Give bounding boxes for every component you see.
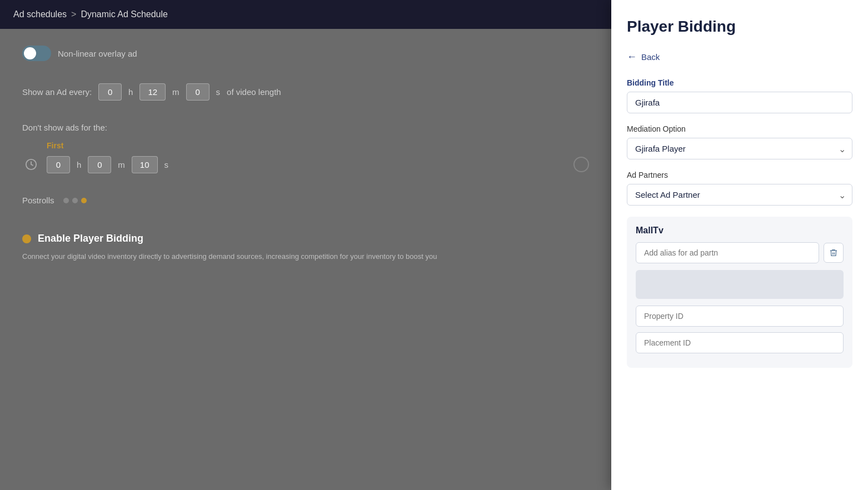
postrolls-dots bbox=[63, 198, 87, 203]
dont-show-label: Don't show ads for the: bbox=[22, 123, 589, 132]
dont-show-hours-unit: h bbox=[77, 160, 81, 169]
clock-icon bbox=[22, 156, 40, 173]
right-panel: Player Bidding ← Back Bidding Title Medi… bbox=[611, 0, 868, 490]
toggle-row: Non-linear overlay ad bbox=[22, 46, 589, 61]
dont-show-seconds-unit: s bbox=[164, 160, 169, 169]
breadcrumb-ad-schedules[interactable]: Ad schedules bbox=[13, 9, 67, 19]
postroll-dot-3 bbox=[81, 198, 87, 203]
bidding-title-label: Bidding Title bbox=[627, 78, 852, 87]
grey-block bbox=[636, 270, 844, 299]
postroll-dot-1 bbox=[63, 198, 69, 203]
breadcrumb-separator: > bbox=[71, 9, 76, 19]
ad-partner-name: MalITv bbox=[636, 226, 844, 236]
ad-partner-card: MalITv bbox=[627, 217, 852, 368]
schedule-minutes-input[interactable]: 12 bbox=[139, 83, 166, 101]
bidding-description: Connect your digital video inventory dir… bbox=[22, 251, 589, 262]
remove-time-icon[interactable] bbox=[573, 157, 589, 172]
dont-show-minutes-unit: m bbox=[118, 160, 125, 169]
schedule-row: Show an Ad every: 0 h 12 m 0 s of video … bbox=[22, 83, 589, 101]
enable-bidding-row: Enable Player Bidding bbox=[22, 233, 589, 244]
dont-show-seconds-input[interactable]: 10 bbox=[132, 156, 158, 173]
dont-show-minutes-input[interactable]: 0 bbox=[88, 156, 111, 173]
bidding-title-input[interactable] bbox=[627, 92, 852, 113]
postrolls-row: Postrolls bbox=[22, 196, 589, 205]
non-linear-toggle[interactable] bbox=[22, 46, 51, 61]
schedule-of-video: of video length bbox=[227, 87, 281, 97]
mediation-option-select[interactable]: Gjirafa Player bbox=[627, 138, 852, 159]
breadcrumb: Ad schedules > Dynamic Ad Schedule bbox=[13, 9, 168, 19]
main-panel: Ad schedules > Dynamic Ad Schedule Non-l… bbox=[0, 0, 611, 490]
alias-row bbox=[636, 242, 844, 263]
top-nav: Ad schedules > Dynamic Ad Schedule bbox=[0, 0, 611, 29]
dont-show-time-row: 0 h 0 m 10 s bbox=[22, 156, 589, 173]
back-button[interactable]: ← Back bbox=[627, 51, 660, 63]
ad-partners-label: Ad Partners bbox=[627, 171, 852, 179]
back-label: Back bbox=[641, 52, 660, 62]
placement-id-input[interactable] bbox=[636, 332, 844, 353]
breadcrumb-dynamic-ad[interactable]: Dynamic Ad Schedule bbox=[81, 9, 168, 19]
schedule-label: Show an Ad every: bbox=[22, 87, 92, 97]
dont-show-section: Don't show ads for the: First 0 h 0 m 10… bbox=[22, 123, 589, 173]
postroll-dot-2 bbox=[72, 198, 78, 203]
back-arrow-icon: ← bbox=[627, 51, 637, 63]
schedule-seconds-unit: s bbox=[216, 87, 221, 97]
toggle-label: Non-linear overlay ad bbox=[58, 49, 137, 58]
enable-bidding-label: Enable Player Bidding bbox=[38, 233, 143, 244]
mediation-option-wrapper: Gjirafa Player ⌄ bbox=[627, 138, 852, 159]
first-label: First bbox=[47, 141, 589, 150]
ad-partners-select[interactable]: Select Ad Partner bbox=[627, 184, 852, 206]
trash-button[interactable] bbox=[824, 243, 844, 263]
property-id-input[interactable] bbox=[636, 306, 844, 327]
schedule-minutes-unit: m bbox=[172, 87, 179, 97]
schedule-hours-input[interactable]: 0 bbox=[98, 83, 122, 101]
main-content: Non-linear overlay ad Show an Ad every: … bbox=[0, 29, 611, 279]
dont-show-hours-input[interactable]: 0 bbox=[47, 156, 70, 173]
alias-input[interactable] bbox=[636, 242, 819, 263]
schedule-seconds-input[interactable]: 0 bbox=[186, 83, 209, 101]
schedule-hours-unit: h bbox=[128, 87, 133, 97]
bidding-dot bbox=[22, 234, 31, 243]
ad-partners-wrapper: Select Ad Partner ⌄ bbox=[627, 184, 852, 206]
panel-title: Player Bidding bbox=[627, 18, 852, 36]
mediation-option-label: Mediation Option bbox=[627, 124, 852, 133]
postrolls-label: Postrolls bbox=[22, 196, 54, 205]
